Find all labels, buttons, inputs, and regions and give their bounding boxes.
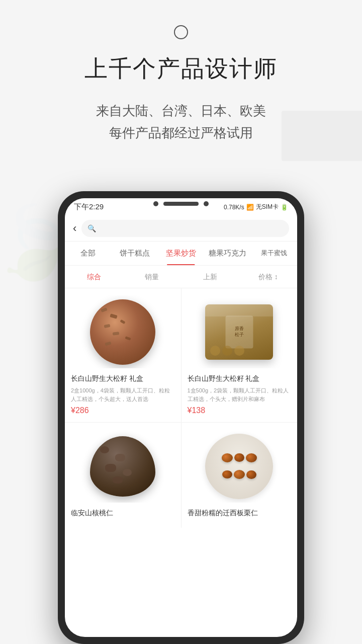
cat-label-nuts: 坚果炒货 bbox=[166, 249, 196, 257]
product-card-4[interactable]: 香甜粉糯的迁西板栗仁 bbox=[182, 423, 298, 528]
sub-text: 来自大陆、台湾、日本、欧美 每件产品都经过严格试用 bbox=[96, 100, 266, 144]
sort-label-price: 价格 ↕ bbox=[258, 273, 278, 281]
cat-tab-dried[interactable]: 果干蜜饯 bbox=[251, 247, 297, 260]
product-price-2: ¥138 bbox=[188, 406, 292, 415]
cat-tab-biscuit[interactable]: 饼干糕点 bbox=[111, 247, 157, 260]
status-right: 0.78K/s 📶 无SIM卡 🔋 bbox=[224, 203, 288, 211]
cat-label-biscuit: 饼干糕点 bbox=[120, 249, 150, 257]
product-name-2: 长白山野生大松籽 礼盒 bbox=[188, 373, 292, 384]
cat-label-all: 全部 bbox=[80, 249, 96, 257]
search-icon: 🔍 bbox=[87, 224, 96, 232]
product-name-4: 香甜粉糯的迁西板栗仁 bbox=[188, 508, 292, 518]
sub-line2: 每件产品都经过严格试用 bbox=[109, 125, 253, 140]
cat-tab-all[interactable]: 全部 bbox=[65, 247, 111, 260]
products-grid: 长白山野生大松籽 礼盒 2盒1000g，4袋装，颗颗人工开口、粒粒人工精选，个头… bbox=[65, 288, 297, 528]
sort-tab-overall[interactable]: 综合 bbox=[65, 271, 123, 284]
product-image-3 bbox=[71, 430, 175, 503]
product-image-1 bbox=[71, 295, 175, 368]
product-name-1: 长白山野生大松籽 礼盒 bbox=[71, 373, 175, 384]
cat-label-dried: 果干蜜饯 bbox=[261, 249, 287, 257]
camera-dot-2 bbox=[204, 201, 209, 206]
phone-wrapper: 下午2:29 0.78K/s 📶 无SIM卡 🔋 ‹ 🔍 bbox=[58, 191, 304, 644]
sort-label-new: 上新 bbox=[203, 273, 217, 281]
sort-tab-sales[interactable]: 销量 bbox=[123, 271, 182, 284]
sort-tab-new[interactable]: 上新 bbox=[181, 271, 239, 284]
cat-tab-candy[interactable]: 糖果巧克力 bbox=[204, 247, 250, 260]
pine-nuts-visual bbox=[90, 299, 155, 365]
gift-box-visual: 原香松子 bbox=[205, 304, 273, 360]
battery-icon: 🔋 bbox=[281, 204, 288, 211]
main-title: 上千个产品设计师 bbox=[84, 53, 278, 85]
cat-tab-nuts[interactable]: 坚果炒货 bbox=[158, 247, 204, 260]
sort-tab-price[interactable]: 价格 ↕ bbox=[239, 271, 298, 284]
wifi-icon: 📶 bbox=[246, 204, 254, 211]
chestnuts-visual bbox=[205, 434, 273, 499]
network-speed: 0.78K/s bbox=[224, 204, 244, 211]
status-time: 下午2:29 bbox=[74, 202, 104, 212]
nav-bar: ‹ 🔍 bbox=[65, 216, 297, 242]
search-bar[interactable]: 🔍 bbox=[81, 220, 289, 237]
page-background: 🍃 上千个产品设计师 来自大陆、台湾、日本、欧美 每件产品都经过严格试用 下午2… bbox=[0, 0, 362, 644]
cat-label-candy: 糖果巧克力 bbox=[209, 249, 246, 257]
category-tabs: 全部 饼干糕点 坚果炒货 糖果巧克力 果干蜜饯 bbox=[65, 242, 297, 266]
bg-shape-right bbox=[282, 111, 362, 161]
product-desc-1: 2盒1000g，4袋装，颗颗人工开口、粒粒人工精选，个头超大，送人首选 bbox=[71, 386, 175, 403]
product-price-1: ¥286 bbox=[71, 406, 175, 415]
phone-top-bar bbox=[153, 201, 209, 206]
sort-tabs: 综合 销量 上新 价格 ↕ bbox=[65, 266, 297, 288]
sort-label-overall: 综合 bbox=[87, 273, 101, 281]
camera-dot bbox=[153, 201, 158, 206]
product-image-2: 原香松子 bbox=[188, 295, 292, 368]
phone-outer: 下午2:29 0.78K/s 📶 无SIM卡 🔋 ‹ 🔍 bbox=[58, 191, 304, 644]
product-name-3: 临安山核桃仁 bbox=[71, 508, 175, 518]
signal-label: 无SIM卡 bbox=[256, 203, 279, 211]
sub-line1: 来自大陆、台湾、日本、欧美 bbox=[96, 103, 266, 118]
speaker-bar bbox=[163, 202, 199, 206]
back-button[interactable]: ‹ bbox=[73, 222, 76, 235]
product-card-3[interactable]: 临安山核桃仁 bbox=[65, 423, 181, 528]
product-desc-2: 1盒500g，2袋装，颗颗人工开口、粒粒人工精选，个头大，赠剥片和麻布 bbox=[188, 386, 292, 403]
sort-label-sales: 销量 bbox=[145, 273, 159, 281]
product-card-1[interactable]: 长白山野生大松籽 礼盒 2盒1000g，4袋装，颗颗人工开口、粒粒人工精选，个头… bbox=[65, 288, 181, 422]
walnuts-visual bbox=[90, 436, 155, 497]
circle-icon bbox=[174, 25, 188, 39]
product-card-2[interactable]: 原香松子 长白山野生大松籽 礼盒 1盒500g，2袋装，颗颗人工开口、粒粒人工精… bbox=[182, 288, 298, 422]
product-image-4 bbox=[188, 430, 292, 503]
phone-inner: 下午2:29 0.78K/s 📶 无SIM卡 🔋 ‹ 🔍 bbox=[65, 198, 297, 637]
